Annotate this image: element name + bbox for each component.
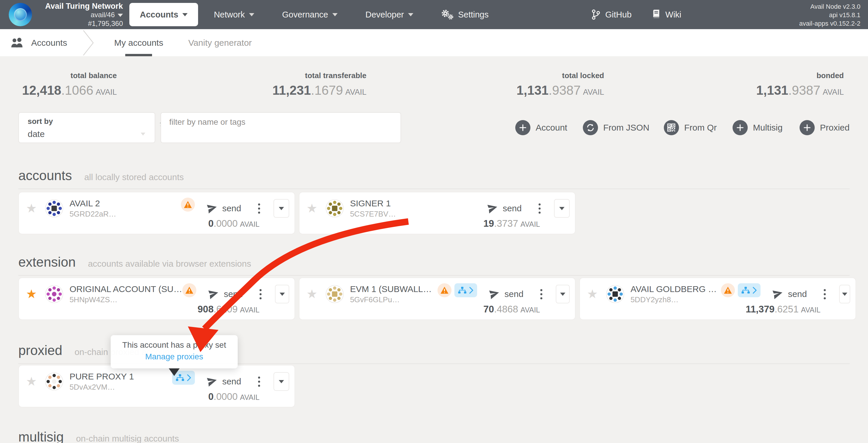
expand-button[interactable] (274, 372, 289, 391)
send-button[interactable]: send (209, 289, 243, 299)
nav-item-settings[interactable]: Settings (441, 9, 489, 20)
send-button-label: send (222, 203, 241, 213)
more-menu-button[interactable] (537, 202, 542, 215)
section-subtitle: all locally stored accounts (84, 172, 184, 182)
account-address: 5DDY2yzh8… (630, 295, 721, 304)
account-name: EVM 1 (SUBWALLET-JS) (350, 284, 437, 294)
add-from-qr-button[interactable]: From Qr (664, 120, 717, 135)
more-menu-button[interactable] (256, 375, 262, 388)
more-menu-button[interactable] (256, 202, 262, 215)
identicon (45, 373, 63, 390)
section-title: extension (18, 255, 76, 270)
nav-item-label: Governance (282, 10, 328, 20)
favorite-star[interactable]: ★ (306, 288, 317, 300)
account-name: AVAIL 2 (70, 199, 116, 208)
account-card-original-account-subw: ★ORIGINAL ACCOUNT (SUBW…5HNpW4ZS…send908… (18, 277, 295, 320)
account-name: PURE PROXY 1 (70, 372, 134, 382)
expand-button[interactable] (275, 285, 289, 303)
send-button[interactable]: send (773, 289, 807, 299)
add-account-button[interactable]: Account (515, 120, 567, 135)
nav-item-developer[interactable]: Developer (366, 10, 413, 20)
identicon (326, 285, 344, 303)
tab-my-accounts[interactable]: My accounts (114, 29, 163, 56)
account-identity: PURE PROXY 15DvAx2VM… (70, 372, 134, 392)
send-button-label: send (504, 289, 523, 299)
send-icon (206, 203, 218, 214)
account-identity: EVM 1 (SUBWALLET-JS)5GvF6GLPu… (350, 284, 437, 304)
send-button[interactable]: send (489, 289, 523, 299)
plus-icon (733, 120, 748, 135)
proxy-badge[interactable] (455, 283, 477, 297)
expand-button[interactable] (274, 199, 289, 218)
send-button[interactable]: send (488, 203, 522, 213)
manage-proxies-link[interactable]: Manage proxies (111, 352, 238, 361)
favorite-star[interactable]: ★ (26, 288, 37, 300)
nav-item-network[interactable]: Network (214, 10, 254, 20)
account-address: 5HNpW4ZS… (70, 295, 183, 304)
account-identity: SIGNER 15CS7E7BV… (350, 199, 396, 218)
network-name: Avail Turing Network (41, 2, 123, 10)
proxy-badge[interactable] (738, 283, 761, 297)
avail-logo[interactable] (9, 3, 32, 26)
send-icon (487, 203, 499, 214)
account-identity: AVAIL 25GRD22aR… (70, 199, 116, 218)
identicon (45, 199, 63, 217)
account-balance: 11,379.6251AVAIL (746, 304, 820, 315)
stat-total-locked: total locked1,131.9387AVAIL (517, 71, 604, 98)
send-icon (489, 288, 501, 300)
sync-icon (586, 124, 594, 132)
tab-section-label: Accounts (31, 38, 67, 48)
add-from-json-button[interactable]: From JSON (583, 120, 649, 135)
account-card-avail-goldberg-1-extensi: ★AVAIL GOLDBERG 1 (EXTENSI…5DDY2yzh8…sen… (579, 277, 856, 320)
nav-item-governance[interactable]: Governance (282, 10, 338, 20)
version-info: Avail Node v2.3.0api v15.8.1avail-apps v… (799, 2, 861, 28)
nav-item-label: Settings (458, 10, 489, 20)
identicon (326, 199, 344, 217)
plus-icon (736, 124, 744, 131)
stat-value: 1,131.9387AVAIL (756, 83, 844, 98)
tab-bar: Accounts My accountsVanity generator (0, 29, 868, 56)
filter-input[interactable] (169, 117, 394, 127)
add-multisig-button[interactable]: Multisig (733, 120, 783, 135)
nav-item-accounts[interactable]: Accounts (129, 3, 198, 26)
version-line: avail-apps v0.152.2-2 (799, 19, 861, 28)
more-menu-button[interactable] (258, 287, 263, 301)
expand-button[interactable] (556, 285, 570, 303)
chevron-right-icon (469, 287, 474, 294)
warning-icon (185, 286, 194, 294)
stat-label: total locked (517, 71, 604, 80)
gears-icon (441, 9, 454, 20)
network-info[interactable]: Avail Turing Network avail/46 #1,795,360 (41, 2, 123, 28)
add-proxied-button[interactable]: Proxied (800, 120, 850, 135)
account-balance: 19.3737AVAIL (484, 218, 540, 229)
sitemap-icon (458, 287, 467, 294)
nav-item-label: Developer (366, 10, 404, 20)
section-head-extension: extensionaccounts available via browser … (18, 254, 850, 276)
send-button[interactable]: send (207, 203, 241, 213)
expand-button[interactable] (554, 199, 570, 218)
tab-vanity-generator[interactable]: Vanity generator (188, 29, 252, 56)
send-button[interactable]: send (207, 377, 241, 386)
header-link-wiki[interactable]: Wiki (652, 9, 681, 20)
sort-select[interactable]: sort by date (18, 112, 155, 143)
book-icon (652, 9, 661, 20)
warning-badge (437, 283, 452, 297)
more-menu-button[interactable] (538, 287, 544, 301)
expand-button[interactable] (839, 285, 850, 303)
more-menu-button[interactable] (822, 287, 828, 301)
chevron-down-icon (118, 14, 123, 17)
favorite-star[interactable]: ★ (587, 288, 598, 300)
git-branch-icon (591, 9, 600, 20)
favorite-star[interactable]: ★ (306, 202, 317, 214)
account-card-signer-1: ★SIGNER 15CS7E7BV…send19.3737AVAIL (299, 192, 576, 234)
favorite-star[interactable]: ★ (26, 375, 37, 388)
version-line: api v15.8.1 (799, 11, 861, 19)
sidebar-item-accounts[interactable]: Accounts (10, 29, 67, 56)
add-button-label: From Qr (684, 123, 717, 132)
send-icon (208, 288, 220, 300)
favorite-star[interactable]: ★ (26, 202, 37, 214)
header-link-github[interactable]: GitHub (591, 9, 631, 20)
chevron-down-icon (182, 13, 188, 16)
warning-badge (182, 283, 196, 297)
stat-label: total balance (22, 71, 117, 80)
